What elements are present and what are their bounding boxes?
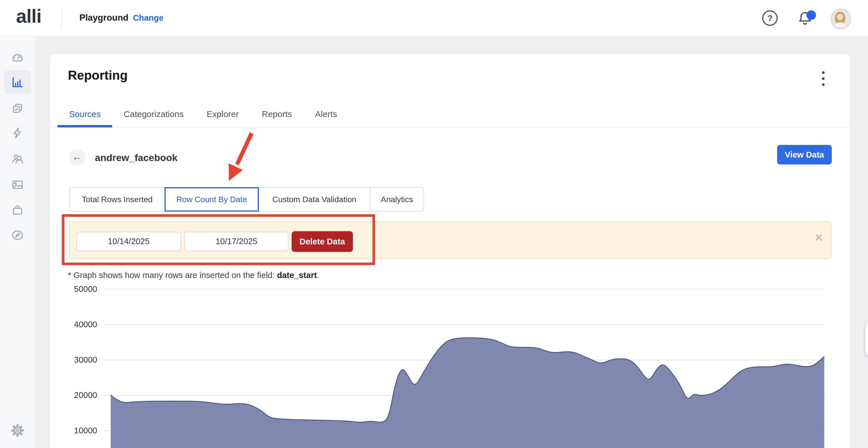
kebab-dot bbox=[822, 84, 825, 86]
subtab-group: Total Rows Inserted Row Count By Date Cu… bbox=[69, 187, 424, 212]
sidebar-item-tasks[interactable] bbox=[4, 97, 31, 121]
kebab-dot bbox=[822, 71, 825, 74]
tab-sources[interactable]: Sources bbox=[58, 103, 112, 127]
notification-dot bbox=[806, 10, 816, 20]
y-axis-tick-label: 10000 bbox=[63, 426, 97, 435]
reporting-card: Reporting Sources Categorizations Explor… bbox=[50, 54, 850, 448]
users-icon bbox=[11, 152, 24, 165]
sidebar-item-shopping[interactable] bbox=[4, 198, 31, 222]
sidebar-item-settings[interactable] bbox=[4, 419, 31, 442]
back-button[interactable]: ← bbox=[69, 149, 85, 165]
area-series bbox=[101, 286, 828, 448]
top-header: alli Playground Change ? bbox=[0, 0, 868, 36]
workspace-name: Playground bbox=[80, 13, 129, 23]
tab-categorizations[interactable]: Categorizations bbox=[112, 103, 195, 127]
alli-logo[interactable]: alli bbox=[16, 5, 41, 27]
floating-widget[interactable] bbox=[865, 319, 868, 358]
subtab-row-count-by-date[interactable]: Row Count By Date bbox=[164, 188, 258, 211]
image-icon bbox=[11, 178, 24, 191]
lightning-icon bbox=[11, 126, 24, 139]
tasks-icon bbox=[11, 102, 24, 115]
chart-note: * Graph shows how many rows are inserted… bbox=[68, 270, 319, 280]
annotation-arrow-icon bbox=[223, 128, 269, 188]
source-name: andrew_facebook bbox=[95, 152, 178, 163]
change-workspace-link[interactable]: Change bbox=[133, 13, 163, 23]
tab-bar: Sources Categorizations Explorer Reports… bbox=[50, 103, 850, 127]
avatar[interactable] bbox=[831, 9, 851, 29]
sidebar bbox=[0, 36, 35, 448]
view-data-button[interactable]: View Data bbox=[777, 145, 832, 164]
page-title: Reporting bbox=[68, 68, 128, 83]
subtab-analytics[interactable]: Analytics bbox=[370, 188, 423, 211]
gear-icon bbox=[11, 424, 24, 437]
chart-note-suffix: . bbox=[317, 270, 319, 280]
kebab-menu-icon[interactable] bbox=[816, 69, 830, 88]
end-date-input[interactable] bbox=[184, 232, 288, 251]
avatar-image bbox=[832, 9, 849, 27]
delete-range-banner: Delete Data ✕ bbox=[69, 221, 831, 259]
arrow-left-icon: ← bbox=[72, 152, 82, 162]
bag-icon bbox=[11, 203, 24, 217]
compass-icon bbox=[11, 229, 24, 242]
sidebar-item-media[interactable] bbox=[4, 173, 31, 196]
app-root: alli Playground Change ? bbox=[0, 0, 868, 448]
y-axis-tick-label: 40000 bbox=[63, 320, 97, 329]
sidebar-item-dashboard[interactable] bbox=[4, 45, 31, 69]
tab-explorer[interactable]: Explorer bbox=[195, 103, 250, 127]
y-axis-tick-label: 20000 bbox=[63, 390, 97, 400]
sidebar-item-explore[interactable] bbox=[4, 223, 31, 247]
subtab-custom-data-validation[interactable]: Custom Data Validation bbox=[258, 188, 370, 211]
start-date-input[interactable] bbox=[76, 232, 181, 251]
kebab-dot bbox=[822, 77, 825, 80]
y-axis-tick-label: 50000 bbox=[63, 284, 97, 294]
y-axis-tick-label: 30000 bbox=[63, 355, 97, 364]
chart-note-prefix: * Graph shows how many rows are inserted… bbox=[68, 270, 277, 280]
header-divider bbox=[61, 7, 62, 29]
subtab-total-rows-inserted[interactable]: Total Rows Inserted bbox=[70, 188, 164, 211]
chart-note-field: date_start bbox=[277, 270, 317, 280]
svg-text:?: ? bbox=[767, 13, 773, 23]
row-count-chart: 5000040000300002000010000 bbox=[101, 286, 828, 448]
sidebar-item-reporting[interactable] bbox=[4, 70, 31, 94]
sidebar-item-automations[interactable] bbox=[4, 121, 31, 145]
bar-chart-icon bbox=[11, 76, 24, 89]
tab-reports[interactable]: Reports bbox=[250, 103, 303, 127]
close-icon[interactable]: ✕ bbox=[814, 232, 823, 244]
gauge-icon bbox=[11, 50, 24, 64]
help-icon[interactable]: ? bbox=[762, 10, 778, 27]
tab-alerts[interactable]: Alerts bbox=[303, 103, 348, 127]
sidebar-item-audiences[interactable] bbox=[4, 147, 31, 170]
delete-data-button[interactable]: Delete Data bbox=[291, 231, 353, 252]
